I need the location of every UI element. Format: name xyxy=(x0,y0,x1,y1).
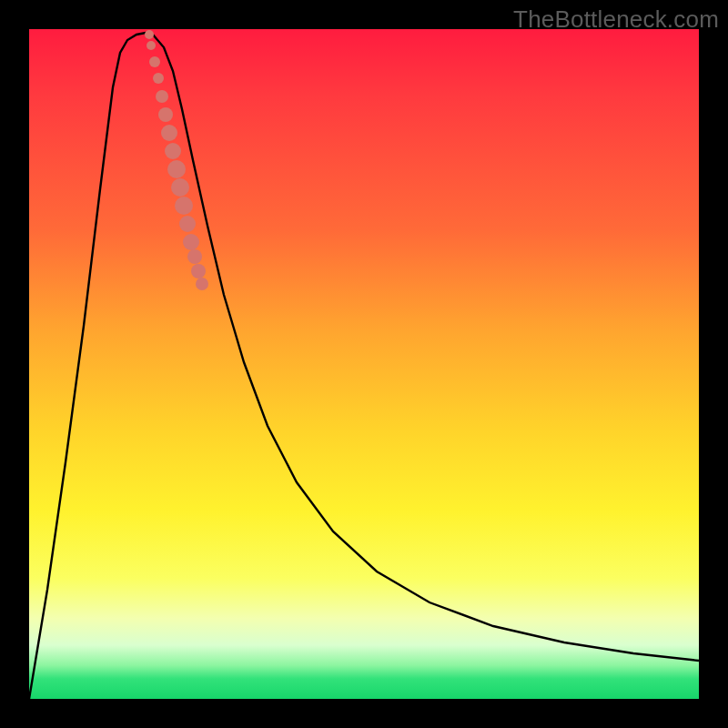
marker-dot xyxy=(149,56,160,67)
marker-dot xyxy=(191,264,206,278)
marker-dot xyxy=(196,278,208,290)
marker-dot xyxy=(145,30,154,39)
marker-dot xyxy=(158,107,173,122)
bottleneck-curve xyxy=(29,33,699,699)
curve-group xyxy=(29,33,699,699)
marker-dot xyxy=(175,197,193,215)
marker-dot xyxy=(167,160,186,178)
watermark-text: TheBottleneck.com xyxy=(513,5,719,34)
marker-dot xyxy=(153,73,164,84)
marker-dot xyxy=(183,234,199,250)
marker-dots xyxy=(145,30,208,290)
marker-dot xyxy=(161,125,177,141)
marker-dot xyxy=(156,90,168,103)
marker-dot xyxy=(147,41,156,50)
curve-layer xyxy=(29,29,699,699)
marker-dot xyxy=(165,143,181,159)
marker-dot xyxy=(187,249,202,264)
marker-dot xyxy=(171,178,189,197)
marker-dot xyxy=(179,216,196,232)
chart-frame: TheBottleneck.com xyxy=(0,0,728,728)
